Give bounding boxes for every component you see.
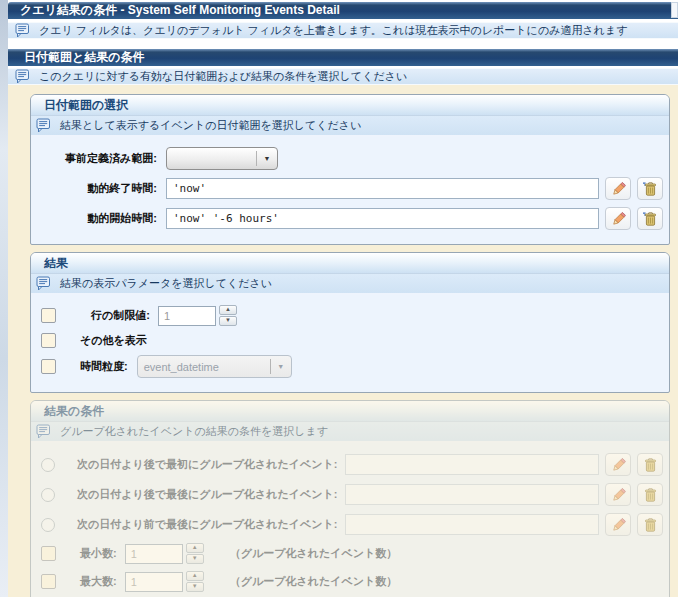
- last-after-label: 次の日付より後で最後にグループ化されたイベント:: [77, 487, 345, 502]
- note-icon: [36, 424, 51, 439]
- clear-button-disabled: [637, 513, 663, 536]
- spin-down-button: ▼: [186, 582, 204, 592]
- dialog-content: 日付範囲の選択 結果として表示するイベントの日付範囲を選択してください 事前定義…: [8, 85, 678, 597]
- pencil-icon: [610, 517, 627, 533]
- dynamic-end-input[interactable]: [166, 178, 599, 199]
- min-count-row: 最小数: ▲ ▼ （グループ化されたイベント数）: [37, 543, 663, 564]
- row-limit-label: 行の制限値:: [64, 308, 150, 323]
- last-before-row: 次の日付より前で最後にグループ化されたイベント:: [37, 513, 663, 536]
- first-after-row: 次の日付より後で最初にグループ化されたイベント:: [37, 453, 663, 476]
- dynamic-start-input[interactable]: [166, 208, 599, 229]
- first-after-radio: [41, 458, 55, 472]
- screen: クエリ結果の条件 - System Self Monitoring Events…: [0, 0, 678, 597]
- clear-start-button[interactable]: [637, 207, 663, 230]
- last-before-input: [345, 514, 599, 535]
- background-strip: [0, 0, 8, 597]
- first-after-label: 次の日付より後で最初にグループ化されたイベント:: [77, 457, 345, 472]
- max-count-label: 最大数:: [80, 574, 117, 589]
- clear-button-disabled: [637, 483, 663, 506]
- results-panel-title: 結果: [44, 255, 68, 272]
- predefined-range-row: 事前定義済み範囲: ▼: [37, 147, 663, 170]
- result-conditions-info-text: グループ化されたイベントの結果の条件を選択します: [60, 424, 328, 439]
- spin-down-button: ▼: [186, 554, 204, 564]
- dynamic-end-label: 動的終了時間:: [37, 181, 157, 196]
- granularity-row: 時間粒度: event_datetime ▼: [37, 355, 663, 378]
- spin-up-button[interactable]: ▲: [219, 305, 237, 315]
- trash-icon: [642, 211, 658, 227]
- edit-button-disabled: [605, 483, 631, 506]
- min-count-stepper: ▲ ▼: [186, 543, 204, 564]
- result-conditions-panel: 結果の条件 グループ化されたイベントの結果の条件を選択します 次の日付より後で最…: [30, 400, 670, 597]
- edit-end-button[interactable]: [605, 177, 631, 200]
- dynamic-end-row: 動的終了時間:: [37, 177, 663, 200]
- min-count-suffix: （グループ化されたイベント数）: [230, 546, 398, 561]
- min-count-label: 最小数:: [80, 546, 117, 561]
- row-limit-row: 行の制限値: ▲ ▼: [37, 305, 663, 326]
- pencil-icon: [610, 457, 627, 473]
- last-after-radio: [41, 488, 55, 502]
- trash-icon: [642, 181, 658, 197]
- pencil-icon: [610, 487, 627, 503]
- date-range-panel-header: 日付範囲の選択: [31, 95, 669, 116]
- predefined-range-label: 事前定義済み範囲:: [37, 151, 157, 166]
- granularity-select: event_datetime ▼: [137, 355, 292, 378]
- results-panel-info: 結果の表示パラメータを選択してください: [31, 274, 669, 295]
- section-header: 日付範囲と結果の条件: [8, 49, 678, 66]
- granularity-checkbox[interactable]: [41, 359, 56, 374]
- section-info-text: このクエリに対する有効な日付範囲および結果の条件を選択してください: [39, 69, 407, 84]
- results-panel: 結果 結果の表示パラメータを選択してください 行の制限値: ▲: [30, 252, 670, 393]
- result-conditions-info: グループ化されたイベントの結果の条件を選択します: [31, 422, 669, 443]
- predefined-range-select[interactable]: ▼: [166, 147, 278, 170]
- note-icon: [15, 69, 30, 84]
- last-before-label: 次の日付より前で最後にグループ化されたイベント:: [77, 517, 345, 532]
- row-limit-checkbox[interactable]: [41, 308, 56, 323]
- dynamic-start-row: 動的開始時間:: [37, 207, 663, 230]
- date-range-panel-body: 事前定義済み範囲: ▼ 動的終了時間:: [31, 137, 669, 244]
- chevron-down-icon: ▼: [271, 363, 291, 370]
- result-conditions-title: 結果の条件: [44, 403, 104, 420]
- section-info-bar: このクエリに対する有効な日付範囲および結果の条件を選択してください: [8, 68, 678, 85]
- chevron-down-icon: ▼: [257, 155, 277, 162]
- date-range-panel-info-text: 結果として表示するイベントの日付範囲を選択してください: [60, 118, 361, 133]
- show-others-row: その他を表示: [37, 333, 663, 348]
- dialog-title: クエリ結果の条件 - System Self Monitoring Events…: [20, 2, 340, 19]
- results-panel-info-text: 結果の表示パラメータを選択してください: [60, 276, 272, 291]
- spin-up-button: ▲: [186, 571, 204, 581]
- pencil-icon: [610, 181, 627, 197]
- date-range-panel-title: 日付範囲の選択: [44, 97, 128, 114]
- trash-icon: [642, 517, 658, 533]
- max-count-checkbox: [41, 574, 56, 589]
- spin-down-button[interactable]: ▼: [219, 316, 237, 326]
- show-others-label: その他を表示: [80, 333, 147, 348]
- edit-button-disabled: [605, 453, 631, 476]
- min-count-input: [125, 544, 183, 564]
- dialog-titlebar: クエリ結果の条件 - System Self Monitoring Events…: [8, 2, 678, 19]
- note-icon: [36, 118, 51, 133]
- top-info-bar: クエリ フィルタは、クエリのデフォルト フィルタを上書きします。これは現在表示中…: [8, 22, 678, 39]
- top-info-text: クエリ フィルタは、クエリのデフォルト フィルタを上書きします。これは現在表示中…: [39, 23, 627, 38]
- show-others-checkbox[interactable]: [41, 333, 56, 348]
- row-limit-input: [158, 306, 216, 326]
- max-count-stepper: ▲ ▼: [186, 571, 204, 592]
- trash-icon: [642, 487, 658, 503]
- edit-button-disabled: [605, 513, 631, 536]
- clear-end-button[interactable]: [637, 177, 663, 200]
- max-count-input: [125, 572, 183, 592]
- results-panel-header: 結果: [31, 253, 669, 274]
- results-panel-body: 行の制限値: ▲ ▼ その他を表示 時間粒度:: [31, 295, 669, 392]
- date-range-panel: 日付範囲の選択 結果として表示するイベントの日付範囲を選択してください 事前定義…: [30, 94, 670, 245]
- trash-icon: [642, 457, 658, 473]
- note-icon: [15, 23, 30, 38]
- last-after-row: 次の日付より後で最後にグループ化されたイベント:: [37, 483, 663, 506]
- edit-start-button[interactable]: [605, 207, 631, 230]
- clear-button-disabled: [637, 453, 663, 476]
- dynamic-start-label: 動的開始時間:: [37, 211, 157, 226]
- granularity-label: 時間粒度:: [80, 359, 128, 374]
- last-after-input: [345, 484, 599, 505]
- note-icon: [36, 276, 51, 291]
- granularity-value: event_datetime: [138, 361, 270, 373]
- date-range-panel-info: 結果として表示するイベントの日付範囲を選択してください: [31, 116, 669, 137]
- min-count-checkbox: [41, 546, 56, 561]
- result-conditions-body: 次の日付より後で最初にグループ化されたイベント: 次の日付より後で最後にグループ…: [31, 443, 669, 597]
- window-corner: [671, 2, 678, 18]
